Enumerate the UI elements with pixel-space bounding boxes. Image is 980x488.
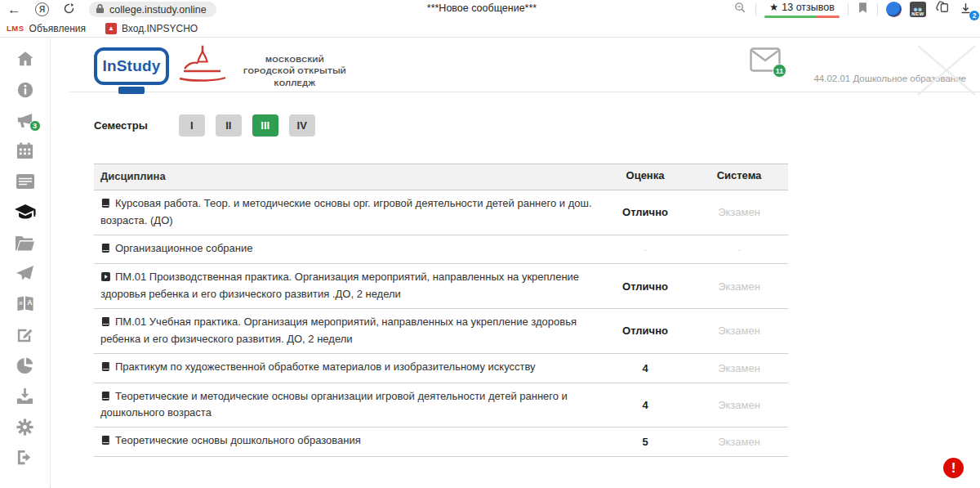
url-text: college.instudy.online xyxy=(109,4,207,16)
table-row: Практикум по художественной обработке ма… xyxy=(94,354,788,383)
lms-logo: LMS xyxy=(7,24,24,33)
grade-value: 4 xyxy=(600,393,690,417)
journal-icon xyxy=(16,173,35,190)
info-icon xyxy=(16,81,34,99)
graduation-cap-icon xyxy=(14,203,37,222)
sidebar-item-calendar[interactable] xyxy=(14,141,37,161)
grade-value: Отлично xyxy=(600,319,690,342)
new-year-extension-icon[interactable]: ✻✻NEW xyxy=(910,2,926,17)
lock-icon xyxy=(96,3,105,16)
sidebar-item-downloads[interactable] xyxy=(14,387,37,406)
main-content: InStudy МОСКОВСКИЙ ГОРОДСКОЙ ОТКРЫТЫЙ КО… xyxy=(51,38,980,488)
refresh-icon[interactable] xyxy=(56,2,82,17)
grade-value: 4 xyxy=(600,356,690,380)
bookmark-lms[interactable]: LMS Объявления xyxy=(7,23,86,34)
play-icon xyxy=(100,271,111,287)
pie-chart-icon xyxy=(16,356,34,375)
table-row: Теоретические основы дошкольного образов… xyxy=(94,428,788,457)
system-value: Экзамен xyxy=(690,356,788,380)
svg-text:я: я xyxy=(19,299,22,307)
edit-icon xyxy=(16,325,34,344)
system-value: Экзамен xyxy=(690,200,788,224)
instudy-logo-text: InStudy xyxy=(102,57,160,75)
download-tray-icon xyxy=(16,387,34,405)
sidebar-item-journal[interactable] xyxy=(14,172,37,191)
sidebar-item-gradebook[interactable] xyxy=(14,203,37,222)
inpsycho-logo: ▲ xyxy=(105,23,117,34)
downloads-button[interactable]: 2 xyxy=(959,2,975,18)
book-icon xyxy=(100,391,111,406)
sidebar-item-info[interactable] xyxy=(14,80,37,100)
sidebar: 3 яA xyxy=(0,38,51,488)
grade-value: Отлично xyxy=(600,200,690,224)
star-icon: ★ xyxy=(769,2,778,14)
semester-selector: Семестры I II III IV xyxy=(94,114,326,137)
bookmark-inpsycho[interactable]: ▲ Вход.INPSYCHO xyxy=(105,23,198,34)
discipline-title: ПМ.01 Учебная практика. Организация меро… xyxy=(100,316,577,345)
column-header-discipline: Дисциплина xyxy=(94,164,600,190)
book-icon xyxy=(100,198,111,213)
translate-icon: яA xyxy=(16,295,35,314)
instudy-logo-stand xyxy=(118,87,145,94)
sidebar-item-translate[interactable]: яA xyxy=(14,294,37,314)
table-row: Организационное собрание - - xyxy=(94,235,788,265)
semester-button-2[interactable]: II xyxy=(216,114,242,137)
toolbar-divider xyxy=(877,3,878,16)
table-row: ПМ.01 Учебная практика. Организация меро… xyxy=(94,309,788,354)
column-header-grade: Оценка xyxy=(600,164,690,190)
discipline-title: Практикум по художественной обработке ма… xyxy=(115,360,536,373)
sidebar-item-messages[interactable] xyxy=(14,264,37,284)
announcements-badge: 3 xyxy=(29,120,41,132)
semester-button-3-active[interactable]: III xyxy=(252,114,278,137)
discipline-title: Теоретические основы дошкольного образов… xyxy=(115,434,361,446)
browser-chrome: ← Я college.instudy.online ***Новое сооб… xyxy=(0,0,980,38)
folder-icon xyxy=(15,235,35,252)
close-icon[interactable] xyxy=(913,41,980,103)
sidebar-item-settings[interactable] xyxy=(14,417,37,437)
table-row: ПМ.01 Производственная практика. Организ… xyxy=(94,264,788,309)
system-value: Экзамен xyxy=(690,393,788,417)
book-icon xyxy=(100,361,111,377)
system-value: Экзамен xyxy=(690,319,788,342)
back-icon[interactable]: ← xyxy=(0,2,29,16)
sidebar-item-notes[interactable] xyxy=(14,325,37,345)
cards-extension-icon[interactable] xyxy=(934,0,951,19)
globe-extension-icon[interactable] xyxy=(886,2,902,17)
tab-title[interactable]: ***Новое сообщение*** xyxy=(376,2,588,14)
alert-exclamation: ! xyxy=(951,460,956,477)
alert-notification-icon[interactable]: ! xyxy=(943,458,964,478)
book-icon xyxy=(100,316,111,332)
header-divider xyxy=(69,92,980,92)
sidebar-item-logout[interactable] xyxy=(14,448,37,468)
grades-table: Дисциплина Оценка Система Курсовая работ… xyxy=(94,163,788,457)
system-value: Экзамен xyxy=(690,275,788,298)
college-name-line1: МОСКОВСКИЙ xyxy=(233,54,357,65)
table-row: Теоретические и методические основы орга… xyxy=(94,383,788,428)
sidebar-item-announcements[interactable]: 3 xyxy=(14,110,37,130)
grade-value: - xyxy=(600,239,690,260)
reviews-count: 13 отзывов xyxy=(782,2,835,14)
site-reviews[interactable]: ★13 отзывов xyxy=(764,2,840,18)
downloads-badge: 2 xyxy=(969,11,979,20)
logout-icon xyxy=(16,448,34,467)
bookmark-icon[interactable] xyxy=(857,1,869,18)
system-value: Экзамен xyxy=(690,430,788,454)
gear-icon xyxy=(16,418,34,437)
college-logo xyxy=(174,44,231,90)
browser-toolbar: ← Я college.instudy.online ***Новое сооб… xyxy=(0,0,980,19)
semester-button-1[interactable]: I xyxy=(179,114,205,137)
rating-bar xyxy=(764,16,840,18)
semester-button-4[interactable]: IV xyxy=(289,114,315,137)
calendar-icon xyxy=(16,141,34,160)
yandex-browser-icon[interactable]: Я xyxy=(35,2,49,16)
messages-button[interactable]: 11 xyxy=(750,47,781,72)
system-value: - xyxy=(690,239,788,260)
bookmarks-bar: LMS Объявления ▲ Вход.INPSYCHO xyxy=(0,20,980,37)
svg-text:A: A xyxy=(27,299,32,307)
address-bar[interactable]: college.instudy.online xyxy=(89,2,216,17)
instudy-logo[interactable]: InStudy xyxy=(94,47,169,85)
sidebar-item-statistics[interactable] xyxy=(14,356,37,375)
sidebar-item-files[interactable] xyxy=(14,233,37,253)
find-on-page-icon[interactable] xyxy=(733,1,747,18)
sidebar-item-home[interactable] xyxy=(14,49,37,69)
